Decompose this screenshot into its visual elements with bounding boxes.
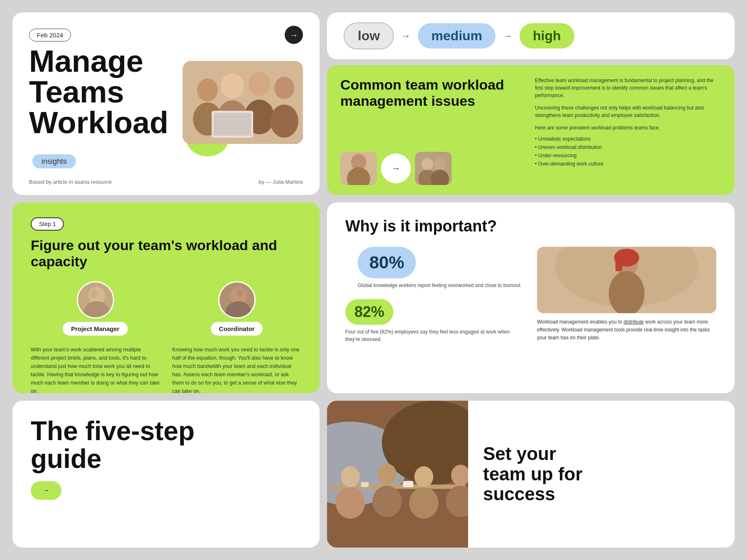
- issues-left: Common team workload management issues →: [340, 77, 527, 183]
- fivestep-bottom: →: [31, 481, 301, 500]
- issue-image-1: [340, 152, 377, 185]
- svg-point-42: [409, 487, 439, 519]
- stat-80-bubble: 80%: [358, 247, 416, 278]
- svg-point-37: [341, 466, 360, 487]
- arrow-separator-1: →: [401, 31, 410, 41]
- step1-descriptions: With your team's work scattered among mu…: [31, 346, 301, 395]
- person-card-manager: Project Manager: [31, 281, 160, 336]
- svg-rect-45: [361, 482, 369, 487]
- high-badge: high: [520, 23, 574, 49]
- issues-desc2: Uncovering these challenges not only hel…: [535, 104, 721, 119]
- issues-title: Common team workload management issues: [340, 77, 527, 109]
- coordinator-avatar: [218, 281, 256, 319]
- author-text: by — Julia Martins: [259, 179, 303, 185]
- svg-point-26: [237, 290, 243, 297]
- svg-point-15: [422, 158, 433, 170]
- why-description: Workload management enables you to distr…: [537, 318, 716, 342]
- list-item: Under-resourcing: [535, 151, 721, 160]
- svg-point-41: [414, 466, 433, 487]
- coordinator-name: Coordinator: [211, 322, 263, 336]
- step1-people: Project Manager Coordinator: [31, 281, 301, 336]
- why-title: Why is it important?: [345, 217, 716, 235]
- hero-card: Feb 2024 → Manage Teams Workload insight…: [12, 12, 320, 195]
- manager-description: With your team's work scattered among mu…: [31, 346, 160, 395]
- stat-80-section: 80% Global knowledge workers report feel…: [345, 247, 525, 289]
- step1-title: Figure out your team's workload and capa…: [31, 237, 301, 270]
- svg-point-22: [90, 290, 97, 298]
- svg-point-39: [378, 464, 397, 485]
- issue-image-2: [415, 152, 452, 185]
- levels-card: low → medium → high: [327, 12, 735, 59]
- stat-80-label: Global knowledge workers report feeling …: [358, 282, 525, 289]
- hero-title: Manage Teams Workload insights: [29, 46, 178, 169]
- fivestep-arrow: →: [42, 486, 50, 495]
- date-badge: Feb 2024: [29, 29, 71, 41]
- medium-badge: medium: [418, 23, 496, 49]
- issues-arrow-button[interactable]: →: [381, 153, 411, 183]
- why-photo: [537, 247, 716, 313]
- svg-point-1: [197, 78, 218, 102]
- stat-82-bubble: 82%: [345, 299, 393, 325]
- person-card-coordinator: Coordinator: [172, 281, 301, 336]
- success-photo: [327, 401, 468, 548]
- fivestep-card: The five-step guide →: [12, 401, 320, 548]
- success-title: Set your team up for success: [483, 444, 583, 504]
- insights-badge: insights: [32, 154, 76, 168]
- list-item: Unrealistic expectations: [535, 135, 721, 143]
- issues-problems-list: Unrealistic expectations Uneven workload…: [535, 135, 721, 168]
- step-badge: Step 1: [31, 217, 64, 231]
- next-arrow-button[interactable]: →: [285, 26, 303, 44]
- source-text: Based by article in asana resource: [29, 179, 112, 185]
- list-item: Uneven workload distribution: [535, 143, 721, 151]
- why-right: Workload management enables you to distr…: [537, 247, 716, 346]
- why-stats: 80% Global knowledge workers report feel…: [345, 247, 525, 346]
- issues-card: Common team workload management issues →: [327, 65, 735, 195]
- svg-point-5: [249, 72, 270, 96]
- fivestep-button[interactable]: →: [31, 481, 61, 500]
- svg-rect-10: [214, 113, 251, 136]
- success-card: Set your team up for success: [327, 401, 735, 548]
- svg-point-8: [270, 105, 298, 138]
- hero-image-area: [178, 61, 303, 169]
- team-photo: [183, 61, 303, 144]
- svg-point-3: [221, 73, 244, 98]
- svg-rect-32: [615, 258, 622, 271]
- step1-card: Step 1 Figure out your team's workload a…: [12, 202, 320, 393]
- success-content: Set your team up for success: [468, 401, 598, 548]
- svg-point-16: [434, 158, 446, 170]
- why-content: 80% Global knowledge workers report feel…: [345, 247, 716, 346]
- why-card: Why is it important? 80% Global knowledg…: [327, 202, 735, 393]
- manager-name: Project Manager: [63, 322, 128, 336]
- stat-82-label: Four out of five (82%) employees say the…: [345, 328, 525, 343]
- right-top-section: low → medium → high Common team workload…: [327, 12, 735, 195]
- issues-right: Effective team workload management is fu…: [535, 77, 721, 183]
- svg-point-38: [336, 487, 365, 519]
- manager-avatar: [77, 281, 114, 319]
- hero-footer: Based by article in asana resource by — …: [29, 179, 303, 185]
- issues-problems-intro: Here are some prevalent workload problem…: [535, 124, 721, 131]
- svg-rect-46: [403, 481, 413, 487]
- coordinator-description: Knowing how much work you need to tackle…: [172, 346, 301, 395]
- svg-point-7: [274, 77, 294, 99]
- low-badge: low: [344, 22, 394, 49]
- list-item: Over-demanding work culture: [535, 160, 721, 168]
- issues-desc1: Effective team workload management is fu…: [535, 77, 721, 99]
- svg-point-40: [372, 486, 402, 517]
- stat-82-section: 82% Four out of five (82%) employees say…: [345, 299, 525, 343]
- fivestep-title: The five-step guide: [31, 417, 301, 473]
- arrow-separator-2: →: [503, 31, 512, 41]
